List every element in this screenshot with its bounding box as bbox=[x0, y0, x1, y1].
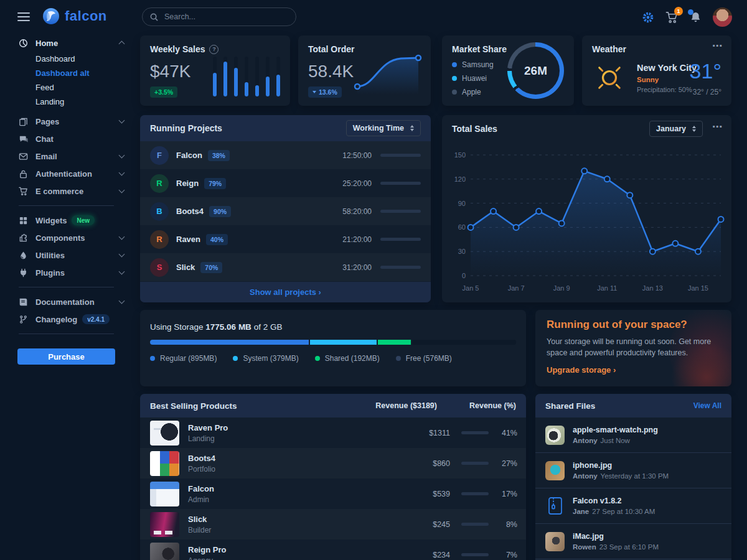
sidebar-subitem-dashboard-alt[interactable]: Dashboard alt bbox=[0, 66, 133, 80]
product-revenue: $860 bbox=[418, 459, 450, 468]
view-all-link[interactable]: View All bbox=[693, 401, 721, 410]
product-name[interactable]: Raven Pro bbox=[188, 423, 228, 432]
chevron-down-icon bbox=[119, 187, 125, 194]
book-icon bbox=[19, 297, 29, 307]
lock-icon bbox=[19, 169, 29, 179]
project-progress bbox=[380, 266, 421, 269]
sidebar-subitem-landing[interactable]: Landing bbox=[0, 95, 133, 109]
chevron-down-icon bbox=[119, 234, 125, 240]
notifications-bell-icon[interactable] bbox=[690, 11, 702, 24]
product-category[interactable]: Landing bbox=[188, 434, 228, 443]
project-name[interactable]: Raven bbox=[176, 235, 200, 244]
column-header-revenue-pct: Revenue (%) bbox=[469, 401, 516, 410]
svg-text:90: 90 bbox=[458, 200, 466, 207]
product-pct: 8% bbox=[496, 520, 517, 529]
info-icon[interactable]: ? bbox=[209, 45, 218, 54]
product-category[interactable]: Admin bbox=[188, 495, 214, 504]
project-name[interactable]: Boots4 bbox=[176, 207, 204, 216]
product-category[interactable]: Portfolio bbox=[188, 465, 215, 474]
svg-text:Jan 7: Jan 7 bbox=[508, 284, 525, 292]
search-icon bbox=[150, 13, 158, 21]
market-share-donut: 26M bbox=[507, 42, 564, 99]
project-pct-badge: 90% bbox=[209, 206, 231, 217]
svg-text:Jan 15: Jan 15 bbox=[688, 284, 708, 292]
sidebar-item-changelog[interactable]: Changelog v2.4.1 bbox=[0, 310, 133, 328]
new-badge: New bbox=[72, 215, 95, 225]
storage-prefix: Using Storage bbox=[150, 322, 204, 332]
sidebar-item-authentication[interactable]: Authentication bbox=[0, 165, 133, 182]
sun-icon bbox=[592, 60, 627, 98]
svg-text:Jan 13: Jan 13 bbox=[642, 284, 663, 292]
file-name[interactable]: iMac.jpg bbox=[573, 532, 659, 541]
month-select[interactable]: January bbox=[649, 121, 703, 137]
file-name[interactable]: iphone.jpg bbox=[573, 461, 669, 470]
upgrade-storage-link[interactable]: Upgrade storage › bbox=[547, 365, 715, 375]
zip-file-icon bbox=[545, 497, 565, 516]
sidebar-subitem-feed[interactable]: Feed bbox=[0, 80, 133, 95]
sidebar-item-email[interactable]: Email bbox=[0, 147, 133, 165]
project-row: F Falcon 38% 12:50:00 bbox=[140, 141, 431, 169]
market-share-card: Market Share Samsung Huawei Apple 26M bbox=[442, 35, 574, 106]
product-category[interactable]: Builder bbox=[188, 526, 211, 534]
sidebar-item-widgets[interactable]: Widgets New bbox=[0, 212, 133, 229]
card-menu-icon[interactable]: ⋯ bbox=[712, 124, 723, 130]
working-time-select[interactable]: Working Time bbox=[346, 120, 421, 136]
card-menu-icon[interactable]: ⋯ bbox=[712, 43, 723, 49]
settings-gear-icon[interactable] bbox=[642, 11, 654, 24]
sidebar-subitem-dashboard[interactable]: Dashboard bbox=[0, 52, 133, 66]
search-box[interactable] bbox=[142, 7, 296, 26]
product-row: FalconAdmin $539 17% bbox=[140, 478, 526, 509]
cart-icon[interactable]: 1 bbox=[665, 11, 679, 24]
file-name[interactable]: apple-smart-watch.png bbox=[573, 426, 658, 434]
storage-segment-system bbox=[310, 340, 378, 345]
storage-used: 1775.06 MB bbox=[205, 322, 251, 332]
sidebar-item-plugins[interactable]: Plugins bbox=[0, 264, 133, 281]
svg-text:30: 30 bbox=[458, 248, 466, 255]
falcon-logo-icon bbox=[42, 7, 60, 25]
sidebar-item-documentation[interactable]: Documentation bbox=[0, 293, 133, 310]
card-title: Weather bbox=[592, 44, 626, 54]
svg-text:0: 0 bbox=[462, 272, 466, 279]
card-title: Weekly Sales bbox=[150, 44, 205, 54]
weekly-sales-badge: +3.5% bbox=[150, 86, 177, 98]
card-title: Best Selling Products bbox=[150, 401, 375, 411]
project-pct-badge: 70% bbox=[200, 262, 222, 273]
product-row: Reign ProAgency $234 7% bbox=[140, 539, 526, 560]
envelope-icon bbox=[19, 152, 29, 161]
sidebar-item-pages[interactable]: Pages bbox=[0, 113, 133, 130]
project-name[interactable]: Falcon bbox=[176, 151, 202, 160]
file-user: Antony bbox=[573, 437, 598, 444]
svg-text:Jan 11: Jan 11 bbox=[597, 284, 617, 292]
card-title: Shared Files bbox=[545, 401, 595, 411]
project-name[interactable]: Slick bbox=[176, 263, 195, 272]
file-name[interactable]: Falcon v1.8.2 bbox=[573, 497, 655, 505]
product-name[interactable]: Slick bbox=[188, 515, 211, 524]
sidebar-divider bbox=[19, 287, 114, 287]
project-progress bbox=[380, 182, 421, 185]
product-name[interactable]: Falcon bbox=[188, 484, 214, 493]
product-progress bbox=[461, 431, 489, 434]
show-all-projects-link[interactable]: Show all projects › bbox=[250, 287, 321, 297]
sort-arrows-icon bbox=[692, 126, 696, 132]
sidebar-item-chat[interactable]: Chat bbox=[0, 130, 133, 147]
product-name[interactable]: Reign Pro bbox=[188, 545, 226, 554]
sidebar-item-components[interactable]: Components bbox=[0, 229, 133, 246]
file-thumbnail bbox=[545, 532, 565, 551]
svg-text:150: 150 bbox=[454, 151, 466, 159]
product-name[interactable]: Boots4 bbox=[188, 454, 215, 463]
weather-precipitation: Precipitation: 50% bbox=[637, 86, 697, 93]
product-thumbnail bbox=[150, 482, 179, 506]
sidebar-item-utilities[interactable]: Utilities bbox=[0, 246, 133, 264]
project-time: 21:20:00 bbox=[342, 235, 372, 244]
puzzle-icon bbox=[19, 233, 29, 243]
project-name[interactable]: Reign bbox=[176, 179, 199, 188]
sidebar-item-home[interactable]: Home bbox=[0, 34, 133, 52]
user-avatar[interactable] bbox=[713, 7, 732, 27]
sidebar-item-ecommerce[interactable]: E commerce bbox=[0, 182, 133, 200]
product-pct: 41% bbox=[496, 429, 517, 437]
hamburger-menu-icon[interactable] bbox=[17, 12, 30, 21]
search-input[interactable] bbox=[163, 12, 288, 22]
product-category[interactable]: Agency bbox=[188, 556, 226, 560]
purchase-button[interactable]: Purchase bbox=[17, 348, 115, 365]
brand-logo[interactable]: falcon bbox=[42, 7, 107, 25]
